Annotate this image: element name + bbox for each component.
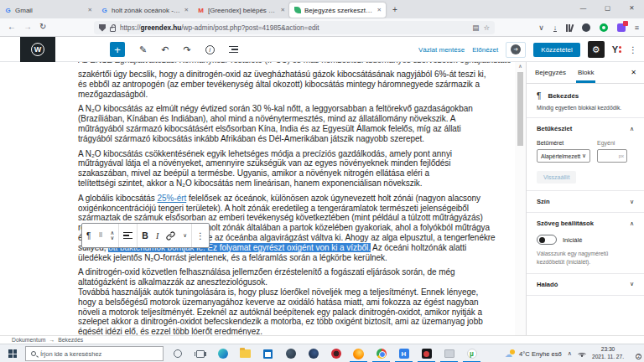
bookmark-star-icon[interactable]: ☆ [483,23,490,32]
address-bar[interactable]: https://greendex.hu/wp-admin/post.php?po… [94,21,495,34]
maximize-button[interactable]: ▢ [595,0,620,17]
reader-mode-icon[interactable]: ▤ [472,23,479,32]
app-gray-button[interactable] [438,344,460,362]
settings-sidebar: Bejegyzés Blokk ✕ ¶ Bekezdés Mindig egye… [526,62,644,335]
breadcrumb-document[interactable]: Dokumentum [12,337,45,343]
reload-button[interactable]: ↻ [39,22,46,31]
weather-text: 4°C Enyhe eső [519,350,562,358]
store-button[interactable] [257,344,279,362]
tracking-protection-shield-icon[interactable] [99,24,106,32]
publish-button[interactable]: Közzététel [533,43,579,57]
text-settings-header[interactable]: Szöveg beállítások ∧ [537,220,634,227]
library-icon[interactable] [566,24,573,32]
block-inserter-button[interactable]: + [110,42,125,57]
back-button[interactable]: ← [8,22,16,31]
pocket-icon[interactable]: ∨ [538,23,544,32]
color-header[interactable]: Szín ∨ [537,198,634,205]
wordpress-logo-button[interactable]: W [20,37,55,62]
minimize-button[interactable]: — [571,0,595,17]
list-view-button[interactable] [229,46,238,54]
tab-close-icon[interactable]: ✕ [377,7,382,13]
firefox-button[interactable] [347,344,370,362]
tab-block[interactable]: Blokk [578,62,595,83]
extension-icon-3[interactable] [617,23,626,32]
settings-gear-button[interactable]: ⚙ [588,41,605,58]
utorrent-button[interactable]: µ [460,344,483,362]
advanced-header[interactable]: Haladó ∨ [537,281,634,288]
tab-google-search[interactable]: G holt zónák oceánok - Google-ke ✕ [96,3,193,18]
tools-pencil-icon[interactable]: ✎ [139,44,147,55]
chrome-button[interactable] [370,344,392,362]
typography-header[interactable]: Betűkészlet ∧ [537,125,634,132]
tab-gmail[interactable]: G Gmail ✕ [0,3,96,18]
start-button[interactable] [0,344,25,362]
tab-close-icon[interactable]: ✕ [184,7,189,13]
paragraph-5[interactable]: A dinitrogén-oxid közvetlen felhasználás… [78,267,512,335]
text-line: oxigénkoncentrációjú tengeri területek).… [78,204,512,214]
block-mover[interactable]: ∧∨ [111,230,115,240]
site-icon: ➜ [511,44,521,54]
tab-post-editor-active[interactable]: Bejegyzés szerkesztése - Green ✕ [289,3,386,18]
inline-link[interactable]: 25%-ért [158,194,187,203]
editor-canvas[interactable]: Az ENSZ Éghajlatváltozási Kormányközi Te… [0,62,515,335]
paragraph-block-icon[interactable]: ¶ [86,231,91,240]
save-draft-button[interactable]: Vázlat mentése [418,46,465,54]
downloads-icon[interactable]: ↓ [553,24,558,32]
taskbar-search[interactable]: Írjon ide a kereséshez [25,346,164,361]
align-icon[interactable] [123,232,132,240]
app-h-button[interactable]: H [392,344,415,362]
custom-size-input[interactable]: px [597,149,627,163]
extension-icon-2[interactable] [600,23,608,32]
paragraph-3-selected-block[interactable]: A N₂O kibocsátás csökkentésének egyik le… [78,149,512,189]
italic-button[interactable]: I [156,231,158,240]
obs-button[interactable] [415,344,438,362]
undo-button[interactable]: ↶ [161,44,169,55]
close-window-button[interactable]: ✕ [620,0,644,17]
hidden-icons-chevron[interactable]: ∧ [568,350,572,357]
font-size-select[interactable]: Alapértelmezett ∨ [537,149,590,163]
menu-icon[interactable]: ≡ [635,23,639,32]
link-icon[interactable] [166,231,175,240]
tab-close-icon[interactable]: ✕ [88,7,92,13]
options-menu-button[interactable]: ⋮ [629,45,637,54]
breadcrumb-block[interactable]: Bekezdés [58,337,83,343]
preview-button[interactable]: Előnézet [472,46,498,54]
content-scrollbar[interactable]: ∧ [515,62,526,335]
chevron-down-icon[interactable]: ∨ [183,232,187,239]
text-line: A N₂O kibocsátás az elmúlt négy évtized … [78,104,512,114]
file-explorer-button[interactable] [234,344,257,362]
tab-close-icon[interactable]: ✕ [281,7,285,13]
site-icon-button[interactable]: ➜ [506,42,526,58]
forward-button[interactable]: → [23,22,32,31]
edge-button[interactable] [211,344,234,362]
app-red-button[interactable] [325,344,347,362]
block-options-icon[interactable]: ⋮ [196,231,205,240]
extension-icon-1[interactable] [582,23,590,32]
network-icon[interactable] [578,350,586,357]
close-sidebar-icon[interactable]: ✕ [631,69,636,76]
redo-button[interactable]: ↷ [183,44,190,55]
lock-icon[interactable] [110,27,116,32]
dropcap-toggle[interactable] [537,235,557,245]
action-center-button[interactable]: 2 [630,349,640,359]
task-view-button[interactable] [189,344,211,362]
reset-button[interactable]: Visszaállít [537,171,576,184]
cortana-button[interactable] [166,344,189,362]
details-info-button[interactable]: i [205,45,215,54]
paragraph-1[interactable]: szakértői úgy becslik, hogy a dinitrogén… [78,70,512,99]
yoast-seo-button[interactable]: Y [612,44,621,54]
post-content[interactable]: Az ENSZ Éghajlatváltozási Kormányközi Te… [78,62,512,335]
scrollbar-thumb[interactable] [517,72,523,146]
app-dark-1-button[interactable] [279,344,302,362]
new-tab-button[interactable]: + [392,5,397,14]
weather-icon: ☁ [505,349,516,359]
taskbar-clock[interactable]: 23:30 2021. 11. 27. [592,346,624,361]
scroll-up-icon[interactable]: ∧ [515,63,526,69]
tab-post[interactable]: Bejegyzés [535,62,566,83]
tab-gmail-message[interactable]: M [Greendex] belépés részletei - G ✕ [193,3,289,18]
weather-widget[interactable]: ☁ 4°C Enyhe eső [505,349,562,359]
drag-handle-icon[interactable]: ⠿ [98,232,102,239]
paragraph-2[interactable]: A N₂O kibocsátás az elmúlt négy évtized … [78,104,512,143]
app-dark-2-button[interactable] [302,344,325,362]
bold-button[interactable]: B [142,230,148,240]
